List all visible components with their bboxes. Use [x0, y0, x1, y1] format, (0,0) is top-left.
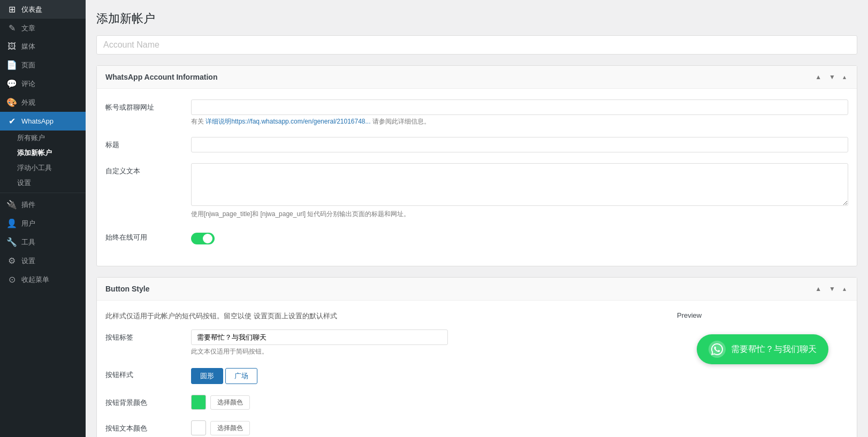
custom-text-label: 自定义文本 [105, 163, 191, 176]
btn-style-round[interactable]: 圆形 [191, 368, 223, 384]
preview-text: 需要帮忙？与我们聊天 [731, 344, 817, 355]
button-style-panel: Button Style ▲ ▼ ▴ 此样式仅适用于此帐户的短代码按钮。留空以使… [96, 277, 857, 437]
btn-style-square[interactable]: 广场 [225, 368, 257, 384]
sidebar-item-articles[interactable]: ✎ 文章 [0, 19, 86, 37]
account-url-hint: 有关 详细说明https://faq.whatsapp.com/en/gener… [191, 117, 848, 126]
account-url-hint-link[interactable]: 详细说明https://faq.whatsapp.com/en/general/… [205, 118, 370, 125]
button-style-label: 按钮样式 [105, 367, 191, 380]
title-input[interactable] [191, 137, 848, 152]
title-field [191, 137, 848, 152]
sidebar-item-users[interactable]: 👤 用户 [0, 214, 86, 233]
sidebar-item-add-account[interactable]: 添加新帐户 [0, 145, 86, 160]
collapse-icon: ⊙ [6, 274, 17, 285]
plugins-icon: 🔌 [6, 200, 17, 210]
btn-panel-collapse-up[interactable]: ▲ [813, 284, 824, 294]
sidebar-item-all-accounts[interactable]: 所有账户 [0, 131, 86, 145]
always-online-field [191, 229, 848, 244]
settings-icon: ⚙ [6, 256, 17, 266]
sidebar-item-tools[interactable]: 🔧 工具 [0, 233, 86, 251]
text-color-row: 按钮文本颜色 选择颜色 [105, 420, 677, 435]
custom-text-row: 自定义文本 使用[njwa_page_title]和 [njwa_page_ur… [105, 163, 848, 219]
button-label-hint: 此文本仅适用于简码按钮。 [191, 347, 677, 356]
text-color-swatch [191, 420, 206, 435]
sidebar-item-float-widget[interactable]: 浮动小工具 [0, 160, 86, 175]
media-icon: 🖼 [6, 42, 17, 51]
toggle-slider [191, 233, 215, 244]
always-online-toggle[interactable] [191, 233, 215, 244]
account-url-field: 有关 详细说明https://faq.whatsapp.com/en/gener… [191, 99, 848, 126]
title-label: 标题 [105, 137, 191, 150]
bg-color-row: 按钮背景颜色 选择颜色 [105, 395, 677, 410]
panel-collapse-down-btn[interactable]: ▼ [827, 72, 837, 82]
wa-preview-button: 需要帮忙？与我们聊天 [697, 334, 828, 364]
button-style-panel-header: Button Style ▲ ▼ ▴ [97, 278, 857, 301]
whatsapp-preview-icon [709, 341, 726, 358]
text-color-field: 选择颜色 [191, 420, 677, 435]
panel-expand-btn[interactable]: ▴ [841, 72, 848, 82]
bg-color-picker-btn[interactable]: 选择颜色 [210, 395, 250, 410]
dashboard-icon: ⊞ [6, 4, 17, 14]
users-icon: 👤 [6, 218, 17, 228]
custom-text-field: 使用[njwa_page_title]和 [njwa_page_url] 短代码… [191, 163, 848, 219]
sidebar-item-dashboard[interactable]: ⊞ 仪表盘 [0, 0, 86, 19]
sidebar-item-plugins[interactable]: 🔌 插件 [0, 195, 86, 214]
button-label-row: 按钮标签 此文本仅适用于简码按钮。 [105, 329, 677, 356]
tools-icon: 🔧 [6, 237, 17, 247]
pages-icon: 📄 [6, 60, 17, 70]
articles-icon: ✎ [6, 23, 17, 33]
preview-label: Preview [677, 311, 848, 319]
whatsapp-icon: ✔ [6, 116, 17, 126]
main-content: 添加新帐户 WhatsApp Account Information ▲ ▼ ▴… [86, 0, 868, 437]
button-label-field: 此文本仅适用于简码按钮。 [191, 329, 677, 356]
appearance-icon: 🎨 [6, 97, 17, 108]
account-url-label: 帐号或群聊网址 [105, 99, 191, 112]
sidebar-item-whatsapp[interactable]: ✔ WhatsApp [0, 112, 86, 131]
whatsapp-info-panel-body: 帐号或群聊网址 有关 详细说明https://faq.whatsapp.com/… [97, 89, 857, 266]
sidebar-item-collapse[interactable]: ⊙ 收起菜单 [0, 270, 86, 289]
panel-body-left: 此样式仅适用于此帐户的短代码按钮。留空以使 设置页面上设置的默认样式 按钮标签 … [105, 311, 677, 437]
preview-area: 需要帮忙？与我们聊天 [677, 324, 848, 375]
comments-icon: 💬 [6, 79, 17, 89]
bg-color-row-inner: 选择颜色 [191, 395, 677, 410]
custom-text-input[interactable] [191, 163, 848, 206]
button-label-label: 按钮标签 [105, 329, 191, 342]
account-name-input[interactable] [96, 35, 857, 55]
sidebar-item-pages[interactable]: 📄 页面 [0, 56, 86, 74]
sidebar: ⊞ 仪表盘 ✎ 文章 🖼 媒体 📄 页面 💬 评论 🎨 外观 ✔ WhatsAp… [0, 0, 86, 437]
button-style-field: 圆形 广场 [191, 367, 677, 384]
sidebar-item-settings[interactable]: 设置 [0, 175, 86, 190]
sidebar-item-comments[interactable]: 💬 评论 [0, 74, 86, 93]
whatsapp-info-panel: WhatsApp Account Information ▲ ▼ ▴ 帐号或群聊… [96, 65, 857, 266]
text-color-label: 按钮文本颜色 [105, 420, 191, 433]
panel-body-right: Preview 需要帮忙？与我们聊天 [677, 311, 848, 375]
btn-panel-collapse-down[interactable]: ▼ [827, 284, 837, 294]
text-color-picker-btn[interactable]: 选择颜色 [210, 421, 250, 435]
always-online-toggle-wrap [191, 229, 848, 244]
button-style-panel-controls: ▲ ▼ ▴ [813, 284, 848, 294]
button-style-panel-body: 此样式仅适用于此帐户的短代码按钮。留空以使 设置页面上设置的默认样式 按钮标签 … [97, 301, 857, 437]
whatsapp-info-panel-header: WhatsApp Account Information ▲ ▼ ▴ [97, 66, 857, 89]
page-title: 添加新帐户 [96, 11, 857, 27]
bg-color-swatch [191, 395, 206, 410]
sidebar-item-media[interactable]: 🖼 媒体 [0, 37, 86, 56]
sidebar-item-appearance[interactable]: 🎨 外观 [0, 93, 86, 112]
button-style-panel-title: Button Style [105, 285, 149, 293]
btn-panel-expand[interactable]: ▴ [841, 284, 848, 294]
account-url-input[interactable] [191, 99, 848, 115]
custom-text-hint: 使用[njwa_page_title]和 [njwa_page_url] 短代码… [191, 210, 848, 219]
panel-collapse-up-btn[interactable]: ▲ [813, 72, 824, 82]
account-url-row: 帐号或群聊网址 有关 详细说明https://faq.whatsapp.com/… [105, 99, 848, 126]
button-label-input[interactable] [191, 329, 448, 345]
button-style-note: 此样式仅适用于此帐户的短代码按钮。留空以使 设置页面上设置的默认样式 [105, 311, 677, 321]
title-row: 标题 [105, 137, 848, 152]
always-online-row: 始终在线可用 [105, 229, 848, 244]
bg-color-label: 按钮背景颜色 [105, 395, 191, 408]
button-style-row: 按钮样式 圆形 广场 [105, 367, 677, 384]
sidebar-item-global-settings[interactable]: ⚙ 设置 [0, 251, 86, 270]
preview-wrap: 此样式仅适用于此帐户的短代码按钮。留空以使 设置页面上设置的默认样式 按钮标签 … [105, 311, 848, 437]
always-online-label: 始终在线可用 [105, 229, 191, 242]
panel-controls: ▲ ▼ ▴ [813, 72, 848, 82]
btn-style-options: 圆形 广场 [191, 368, 677, 384]
bg-color-field: 选择颜色 [191, 395, 677, 410]
whatsapp-info-panel-title: WhatsApp Account Information [105, 73, 217, 81]
